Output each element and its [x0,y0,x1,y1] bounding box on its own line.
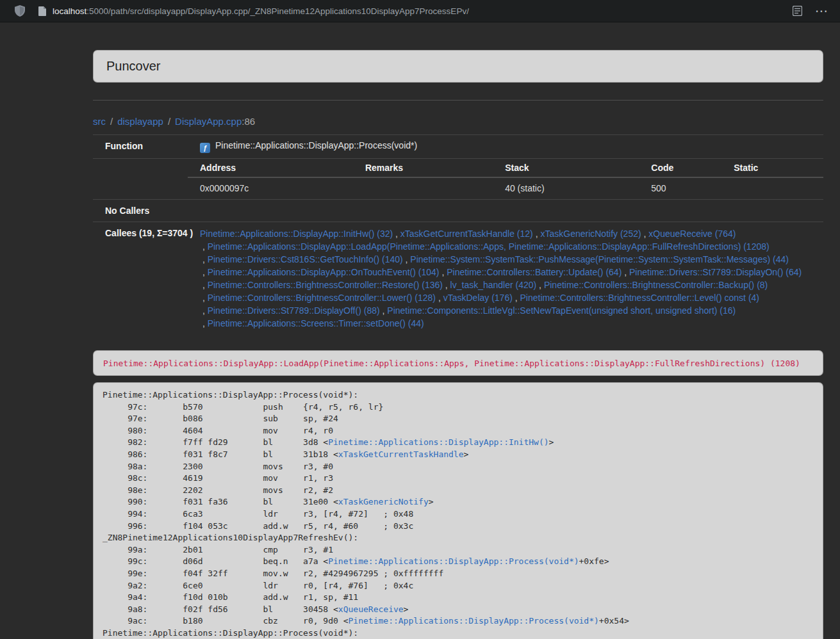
callee-separator: , [393,229,400,239]
stats-header-static: Static [721,159,823,177]
callee-separator: , [200,280,208,290]
page-title: Puncover [106,59,161,73]
url-host: localhost [53,6,86,16]
stats-value-remarks [353,177,493,199]
assembly-symbol-link[interactable]: xTaskGetCurrentTaskHandle [338,449,464,459]
callee-separator: , [641,229,649,239]
assembly-symbol-link[interactable]: Pinetime::Applications::DisplayApp::Init… [328,437,548,447]
stats-header-stack: Stack [493,159,639,177]
callee-link[interactable]: Pinetime::Applications::Screens::Timer::… [208,318,424,328]
callee-link[interactable]: Pinetime::Controllers::BrightnessControl… [208,293,436,303]
callee-separator: , [443,280,450,290]
callee-separator: , [403,254,411,264]
callee-separator: , [533,229,541,239]
assembly-symbol-link[interactable]: xTaskGenericNotify [338,497,429,506]
browser-toolbar: localhost:5000/path/src/displayapp/Displ… [0,0,840,22]
stats-value-static [721,177,823,199]
stats-header-row: Address Remarks Stack Code Static [188,159,823,177]
stats-row: Address Remarks Stack Code Static 0x0000… [93,159,823,200]
callee-link[interactable]: Pinetime::Drivers::St7789::DisplayOff() … [208,305,380,316]
callee-separator: , [513,293,520,303]
stats-cell: Address Remarks Stack Code Static 0x0000… [188,159,823,200]
stats-header-address: Address [188,159,353,177]
stats-value-code: 500 [639,177,721,199]
callee-link[interactable]: Pinetime::Drivers::St7789::DisplayOn() (… [629,267,802,277]
url-path: :5000/path/src/displayapp/DisplayApp.cpp… [86,6,469,16]
callee-link[interactable]: Pinetime::Controllers::Battery::Update()… [447,267,622,277]
callee-separator: , [536,280,544,290]
breadcrumb-link-file[interactable]: DisplayApp.cpp [175,116,242,127]
callee-separator: , [200,254,208,264]
callees-row: Callees (19, Σ=3704 ) Pinetime::Applicat… [93,222,823,336]
page-icon [38,6,47,16]
function-icon: ƒ [200,143,210,153]
assembly-symbol-link[interactable]: xQueueReceive [338,604,404,614]
url-text: localhost:5000/path/src/displayapp/Displ… [53,6,469,16]
callees-list: Pinetime::Applications::DisplayApp::Init… [188,222,823,336]
callee-link[interactable]: xTaskGetCurrentTaskHandle (12) [400,229,533,239]
page-container: Puncover src/displayapp/DisplayApp.cpp:8… [93,50,823,639]
callee-separator: , [622,267,629,277]
callee-link[interactable]: Pinetime::Drivers::Cst816S::GetTouchInfo… [208,254,403,264]
callee-link[interactable]: Pinetime::Components::LittleVgl::SetNewT… [387,305,736,316]
stats-table: Address Remarks Stack Code Static 0x0000… [188,159,823,199]
shield-icon[interactable] [15,5,25,17]
callee-link[interactable]: Pinetime::Applications::DisplayApp::OnTo… [208,267,440,277]
callee-separator: , [200,305,208,316]
callee-link[interactable]: xQueueReceive (764) [648,229,736,239]
stats-value-row: 0x0000097c 40 (static) 500 [188,177,823,199]
callee-separator: , [440,267,447,277]
stats-value-address: 0x0000097c [188,177,353,199]
breadcrumb-separator: / [110,116,113,127]
callee-link[interactable]: Pinetime::Controllers::BrightnessControl… [544,280,768,290]
callee-link[interactable]: lv_task_handler (420) [450,280,537,290]
breadcrumb-link-src[interactable]: src [93,116,106,127]
function-name: Pinetime::Applications::DisplayApp::Proc… [215,140,417,150]
assembly-symbol-link[interactable]: Pinetime::Applications::DisplayApp::Proc… [328,556,579,566]
callee-link[interactable]: Pinetime::Applications::DisplayApp::Init… [200,229,393,239]
callee-link[interactable]: Pinetime::Controllers::BrightnessControl… [520,293,759,303]
callee-link[interactable]: Pinetime::System::SystemTask::PushMessag… [410,254,789,264]
symbol-heading-panel: Pinetime::Applications::DisplayApp::Load… [93,350,823,376]
symbol-heading-text: Pinetime::Applications::DisplayApp::Load… [103,359,800,368]
breadcrumb: src/displayapp/DisplayApp.cpp:86 [93,116,823,127]
callee-separator: , [200,267,208,277]
function-name-cell: ƒPinetime::Applications::DisplayApp::Pro… [188,135,823,159]
stats-header-remarks: Remarks [353,159,493,177]
stats-value-stack: 40 (static) [493,177,639,199]
callee-separator: , [436,293,443,303]
callee-link[interactable]: Pinetime::Applications::DisplayApp::Load… [208,241,770,252]
no-callers-row: No Callers [93,200,823,222]
callee-separator: , [200,293,208,303]
no-callers-label: No Callers [93,200,188,222]
assembly-symbol-link[interactable]: Pinetime::Applications::DisplayApp::Proc… [349,616,599,626]
function-row: Function ƒPinetime::Applications::Displa… [93,135,823,159]
function-detail-table: Function ƒPinetime::Applications::Displa… [93,134,823,335]
callee-separator: , [200,318,208,328]
reader-mode-icon[interactable] [793,6,802,16]
divider [93,100,823,101]
breadcrumb-link-displayapp[interactable]: displayapp [117,116,163,127]
browser-menu-icon[interactable]: ⋯ [815,4,828,17]
breadcrumb-line-number: :86 [242,116,255,127]
callee-separator: , [380,305,388,316]
stats-row-label [93,159,188,200]
disassembly-panel: Pinetime::Applications::DisplayApp::Proc… [93,382,823,639]
callee-link[interactable]: vTaskDelay (176) [443,293,513,303]
callee-separator: , [200,241,208,252]
no-callers-cell [188,200,823,222]
app-title-panel: Puncover [93,50,823,83]
url-bar[interactable]: localhost:5000/path/src/displayapp/Displ… [38,6,793,16]
callee-link[interactable]: Pinetime::Controllers::BrightnessControl… [208,280,443,290]
callee-link[interactable]: xTaskGenericNotify (252) [540,229,641,239]
breadcrumb-separator: / [168,116,170,127]
stats-header-code: Code [639,159,721,177]
callees-label: Callees (19, Σ=3704 ) [93,222,188,336]
assembly-code: Pinetime::Applications::DisplayApp::Proc… [103,389,814,639]
function-row-label: Function [93,135,188,159]
